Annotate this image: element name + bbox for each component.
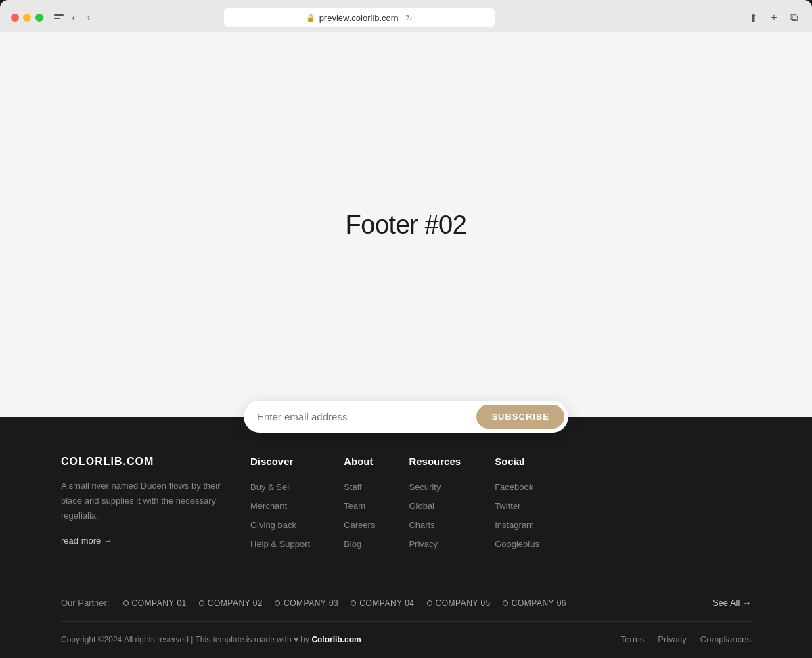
- merchant-link[interactable]: Merchant: [250, 501, 287, 511]
- partner-item: COMPANY 01: [123, 598, 187, 608]
- list-item: Googleplus: [495, 538, 539, 550]
- colorlib-link[interactable]: Colorlib.com: [311, 635, 361, 644]
- partners-label: Our Partner:: [61, 598, 110, 608]
- url-text: preview.colorlib.com: [319, 13, 399, 23]
- copyright-text: Copyright ©2024 All rights reserved | Th…: [61, 635, 361, 644]
- footer-col-about: About Staff Team Careers Blog: [344, 456, 375, 556]
- discover-heading: Discover: [250, 456, 310, 467]
- resources-heading: Resources: [409, 456, 461, 467]
- terms-link[interactable]: Terms: [621, 634, 644, 644]
- traffic-lights: [11, 14, 43, 22]
- partner-dot-icon: [199, 600, 204, 606]
- partner-dot-icon: [503, 600, 508, 606]
- see-all-link[interactable]: See All →: [713, 598, 751, 608]
- privacy-link[interactable]: Privacy: [658, 634, 687, 644]
- discover-list: Buy & Sell Merchant Giving back Help & S…: [250, 481, 310, 550]
- footer-brand: COLORLIB.COM A small river named Duden f…: [61, 456, 223, 556]
- social-heading: Social: [495, 456, 539, 467]
- buy-sell-link[interactable]: Buy & Sell: [250, 482, 291, 492]
- list-item: Merchant: [250, 500, 310, 512]
- back-button[interactable]: ‹: [69, 13, 78, 22]
- social-list: Facebook Twitter Instagram Googleplus: [495, 481, 539, 550]
- subscribe-form: SUBSCRIBE: [244, 401, 568, 433]
- email-input[interactable]: [257, 411, 476, 422]
- partners-list: COMPANY 01 COMPANY 02 COMPANY 03 COMPANY…: [123, 598, 699, 608]
- list-item: Blog: [344, 538, 375, 550]
- share-button[interactable]: ⬆: [747, 11, 761, 24]
- help-support-link[interactable]: Help & Support: [250, 539, 310, 549]
- list-item: Instagram: [495, 519, 539, 531]
- list-item: Staff: [344, 481, 375, 493]
- brand-name: COLORLIB.COM: [61, 456, 223, 468]
- list-item: Global: [409, 500, 461, 512]
- instagram-link[interactable]: Instagram: [495, 520, 534, 530]
- giving-back-link[interactable]: Giving back: [250, 520, 296, 530]
- browser-controls: ‹ ›: [54, 13, 93, 22]
- footer-col-discover: Discover Buy & Sell Merchant Giving back…: [250, 456, 310, 556]
- global-link[interactable]: Global: [409, 501, 434, 511]
- page-wrapper: Footer #02 SUBSCRIBE COLORLIB.COM A smal…: [0, 32, 812, 658]
- partner-name: COMPANY 03: [284, 598, 338, 608]
- team-link[interactable]: Team: [344, 501, 365, 511]
- read-more-link[interactable]: read more →: [61, 535, 112, 546]
- charts-link[interactable]: Charts: [409, 520, 434, 530]
- subscribe-button[interactable]: SUBSCRIBE: [476, 405, 564, 429]
- list-item: Security: [409, 481, 461, 493]
- maximize-button[interactable]: [35, 14, 43, 22]
- lock-icon: 🔒: [306, 14, 315, 22]
- footer-main: COLORLIB.COM A small river named Duden f…: [61, 456, 751, 584]
- list-item: Privacy: [409, 538, 461, 550]
- partner-item: COMPANY 03: [275, 598, 338, 608]
- staff-link[interactable]: Staff: [344, 482, 362, 492]
- list-item: Facebook: [495, 481, 539, 493]
- list-item: Giving back: [250, 519, 310, 531]
- footer-bottom: Copyright ©2024 All rights reserved | Th…: [61, 621, 751, 658]
- privacy-link[interactable]: Privacy: [409, 539, 438, 549]
- new-tab-button[interactable]: +: [767, 11, 781, 24]
- partners-bar: Our Partner: COMPANY 01 COMPANY 02 COMPA…: [61, 584, 751, 621]
- partner-item: COMPANY 05: [427, 598, 491, 608]
- twitter-link[interactable]: Twitter: [495, 501, 520, 511]
- resources-list: Security Global Charts Privacy: [409, 481, 461, 550]
- footer-nav: Discover Buy & Sell Merchant Giving back…: [250, 456, 751, 556]
- partner-item: COMPANY 02: [199, 598, 263, 608]
- list-item: Careers: [344, 519, 375, 531]
- googleplus-link[interactable]: Googleplus: [495, 539, 539, 549]
- list-item: Charts: [409, 519, 461, 531]
- partner-name: COMPANY 04: [359, 598, 414, 608]
- close-button[interactable]: [11, 14, 19, 22]
- partner-name: COMPANY 01: [132, 598, 187, 608]
- hero-section: Footer #02: [0, 32, 812, 417]
- footer-col-resources: Resources Security Global Charts Privacy: [409, 456, 461, 556]
- address-bar[interactable]: 🔒 preview.colorlib.com ↻: [224, 8, 495, 27]
- forward-button[interactable]: ›: [84, 13, 93, 22]
- partner-dot-icon: [275, 600, 280, 606]
- browser-actions: ⬆ + ⧉: [747, 11, 801, 24]
- list-item: Buy & Sell: [250, 481, 310, 493]
- partner-name: COMPANY 02: [208, 598, 263, 608]
- brand-description: A small river named Duden flows by their…: [61, 479, 223, 523]
- minimize-button[interactable]: [23, 14, 31, 22]
- footer-col-social: Social Facebook Twitter Instagram Google…: [495, 456, 539, 556]
- list-item: Team: [344, 500, 375, 512]
- blog-link[interactable]: Blog: [344, 539, 361, 549]
- refresh-icon[interactable]: ↻: [405, 13, 413, 23]
- about-heading: About: [344, 456, 375, 467]
- partner-name: COMPANY 05: [436, 598, 491, 608]
- subscribe-bar: SUBSCRIBE: [0, 417, 812, 449]
- security-link[interactable]: Security: [409, 482, 441, 492]
- careers-link[interactable]: Careers: [344, 520, 375, 530]
- partner-dot-icon: [123, 600, 129, 606]
- partner-dot-icon: [427, 600, 432, 606]
- compliances-link[interactable]: Compliances: [700, 634, 751, 644]
- footer-legal-links: Terms Privacy Compliances: [621, 634, 751, 644]
- facebook-link[interactable]: Facebook: [495, 482, 533, 492]
- partner-item: COMPANY 04: [351, 598, 414, 608]
- partner-name: COMPANY 06: [512, 598, 566, 608]
- sidebar-toggle-icon[interactable]: [54, 14, 64, 22]
- footer: COLORLIB.COM A small river named Duden f…: [0, 449, 812, 658]
- tabs-button[interactable]: ⧉: [788, 11, 801, 24]
- list-item: Twitter: [495, 500, 539, 512]
- hero-title: Footer #02: [346, 211, 467, 240]
- about-list: Staff Team Careers Blog: [344, 481, 375, 550]
